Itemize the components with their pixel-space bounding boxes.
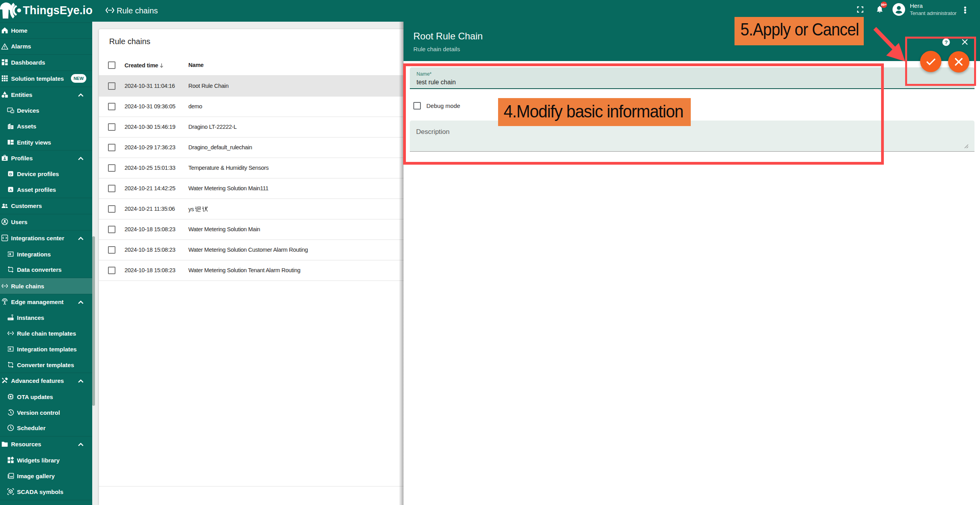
svg-text:A: A xyxy=(9,188,12,192)
svg-text:D: D xyxy=(9,172,12,176)
